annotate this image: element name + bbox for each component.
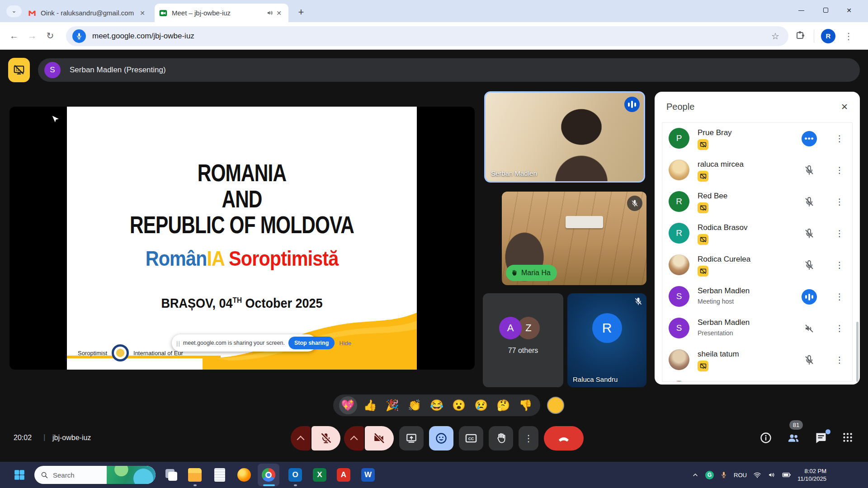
browser-profile-avatar[interactable]: R bbox=[821, 29, 835, 43]
mic-muted-button[interactable] bbox=[311, 426, 340, 450]
participant-row[interactable]: S Serban Madlen Meeting host ••• bbox=[662, 281, 852, 313]
address-bar[interactable]: meet.google.com/jbj-owbe-iuz ☆ bbox=[66, 26, 788, 46]
start-button[interactable] bbox=[10, 465, 29, 484]
firefox-icon[interactable] bbox=[235, 465, 254, 484]
mic-off-icon[interactable] bbox=[802, 226, 817, 241]
tab-close-button[interactable]: ✕ bbox=[274, 8, 284, 18]
reactions-toggle-button[interactable] bbox=[429, 426, 453, 450]
battery-icon[interactable] bbox=[782, 471, 791, 479]
bookmark-star-icon[interactable]: ☆ bbox=[769, 31, 782, 42]
camera-off-button[interactable] bbox=[365, 426, 394, 450]
emoji-reaction-button[interactable]: 💖 bbox=[339, 396, 357, 414]
mic-options-chevron-button[interactable] bbox=[291, 426, 311, 450]
participant-row[interactable]: R Rodica Brasov ••• bbox=[662, 218, 852, 249]
mic-off-icon[interactable] bbox=[802, 163, 817, 178]
search-highlight-image[interactable] bbox=[107, 466, 156, 484]
forward-button[interactable]: → bbox=[24, 28, 40, 44]
video-tile-main-speaker[interactable]: Serban Madlen bbox=[484, 91, 645, 183]
overflow-participants-tile[interactable]: A Z 77 others bbox=[483, 293, 563, 387]
site-mic-permission-icon[interactable] bbox=[72, 29, 86, 43]
participant-row[interactable]: S Serban Madlen Presentation ••• bbox=[662, 313, 852, 344]
scrollbar-thumb[interactable] bbox=[856, 322, 859, 382]
outlook-icon[interactable]: O bbox=[286, 465, 305, 484]
new-tab-button[interactable]: + bbox=[295, 6, 307, 19]
tray-green-app-icon[interactable]: G bbox=[705, 471, 714, 479]
participant-row[interactable]: P Prue Bray ••• bbox=[662, 123, 852, 155]
participant-avatar: S bbox=[669, 318, 689, 338]
participant-menu-icon[interactable]: ⋮ bbox=[833, 195, 846, 209]
skin-tone-selector-button[interactable] bbox=[547, 397, 564, 414]
red-app-icon[interactable]: A bbox=[334, 465, 353, 484]
soroptimist-emblem bbox=[112, 344, 129, 361]
tab-audio-icon[interactable] bbox=[266, 9, 274, 17]
taskbar-search-box[interactable]: Search bbox=[34, 466, 156, 484]
participant-menu-icon[interactable]: ⋮ bbox=[833, 132, 846, 145]
participant-menu-icon[interactable]: ⋮ bbox=[833, 322, 846, 335]
window-maximize-button[interactable] bbox=[816, 4, 835, 17]
emoji-reaction-button[interactable]: 🎉 bbox=[383, 396, 401, 414]
wifi-icon[interactable] bbox=[753, 471, 761, 479]
notepad-icon[interactable] bbox=[210, 465, 229, 484]
close-people-panel-button[interactable]: ✕ bbox=[838, 101, 851, 113]
participant-row[interactable]: sheila tatum ••• bbox=[662, 344, 852, 376]
chat-panel-icon[interactable] bbox=[815, 432, 827, 444]
tray-mic-in-use-icon[interactable] bbox=[720, 471, 727, 479]
input-language-indicator[interactable]: ROU bbox=[734, 472, 747, 479]
more-options-button[interactable]: ⋮ bbox=[519, 426, 538, 450]
end-call-button[interactable] bbox=[544, 426, 584, 450]
meeting-clock: 20:02 bbox=[14, 434, 32, 442]
mic-off-icon[interactable] bbox=[802, 194, 817, 210]
presentation-paused-icon[interactable] bbox=[8, 58, 30, 82]
emoji-reaction-button[interactable]: 🤔 bbox=[494, 396, 512, 414]
window-minimize-button[interactable] bbox=[792, 4, 810, 17]
volume-off-icon[interactable] bbox=[802, 321, 817, 336]
taskbar-clock[interactable]: 8:02 PM 11/10/2025 bbox=[797, 467, 826, 483]
participant-row[interactable]: ••• bbox=[662, 376, 852, 382]
tab-meet[interactable]: Meet – jbj-owbe-iuz ✕ bbox=[155, 4, 288, 22]
back-button[interactable]: ← bbox=[6, 28, 22, 44]
participant-row[interactable]: raluca mircea ••• bbox=[662, 155, 852, 186]
browser-menu-icon[interactable]: ⋮ bbox=[842, 28, 855, 44]
reload-button[interactable]: ↻ bbox=[42, 28, 58, 44]
participant-menu-icon[interactable]: ⋮ bbox=[833, 164, 846, 177]
participant-row[interactable]: Rodica Curelea ••• bbox=[662, 249, 852, 281]
tray-chevron-up-icon[interactable] bbox=[692, 471, 699, 479]
task-view-button[interactable] bbox=[162, 465, 181, 484]
tab-search-caret-button[interactable]: ⌄ bbox=[6, 5, 22, 17]
volume-icon[interactable] bbox=[768, 471, 776, 479]
mic-off-icon[interactable] bbox=[802, 352, 817, 368]
meeting-info-icon[interactable] bbox=[760, 432, 772, 444]
chrome-icon[interactable] bbox=[259, 465, 278, 484]
emoji-reaction-button[interactable]: 👍 bbox=[361, 396, 379, 414]
overflow-avatars: A Z bbox=[499, 317, 547, 340]
self-video-tile[interactable]: R Raluca Sandru bbox=[567, 293, 646, 387]
participant-menu-icon[interactable]: ⋮ bbox=[833, 353, 846, 367]
video-tile-secondary[interactable]: Maria Ha bbox=[502, 192, 646, 285]
emoji-reaction-button[interactable]: 😢 bbox=[472, 396, 490, 414]
emoji-reaction-button[interactable]: 😮 bbox=[450, 396, 468, 414]
present-screen-button[interactable] bbox=[399, 426, 424, 450]
raise-hand-button[interactable] bbox=[489, 426, 513, 450]
activities-grid-icon[interactable] bbox=[842, 432, 854, 443]
emoji-reaction-button[interactable]: 😂 bbox=[428, 396, 446, 414]
emoji-reaction-button[interactable]: 👏 bbox=[406, 396, 424, 414]
camera-options-chevron-button[interactable] bbox=[344, 426, 364, 450]
word-icon[interactable]: W bbox=[359, 465, 377, 484]
participant-menu-icon[interactable]: ⋮ bbox=[833, 290, 846, 304]
extensions-icon[interactable] bbox=[795, 29, 806, 40]
participant-menu-icon[interactable]: ⋮ bbox=[833, 258, 846, 272]
captions-button[interactable]: CC bbox=[459, 426, 483, 450]
participant-row[interactable]: R Red Bee ••• bbox=[662, 186, 852, 218]
participant-menu-icon[interactable]: ⋮ bbox=[833, 227, 846, 240]
file-explorer-icon[interactable] bbox=[185, 465, 204, 484]
excel-icon[interactable]: X bbox=[310, 465, 329, 484]
emoji-reaction-button[interactable]: 👎 bbox=[516, 396, 534, 414]
toast-drag-handle[interactable]: || bbox=[176, 340, 180, 347]
hide-toast-link[interactable]: Hide bbox=[339, 340, 351, 347]
window-close-button[interactable]: ✕ bbox=[840, 4, 858, 17]
stop-sharing-button[interactable]: Stop sharing bbox=[288, 337, 335, 349]
tab-gmail[interactable]: Oink - raluksandru@gmail.com ✕ bbox=[24, 4, 152, 22]
people-panel-icon[interactable] bbox=[787, 432, 800, 444]
mic-off-icon[interactable] bbox=[802, 258, 817, 273]
tab-close-button[interactable]: ✕ bbox=[137, 8, 147, 18]
